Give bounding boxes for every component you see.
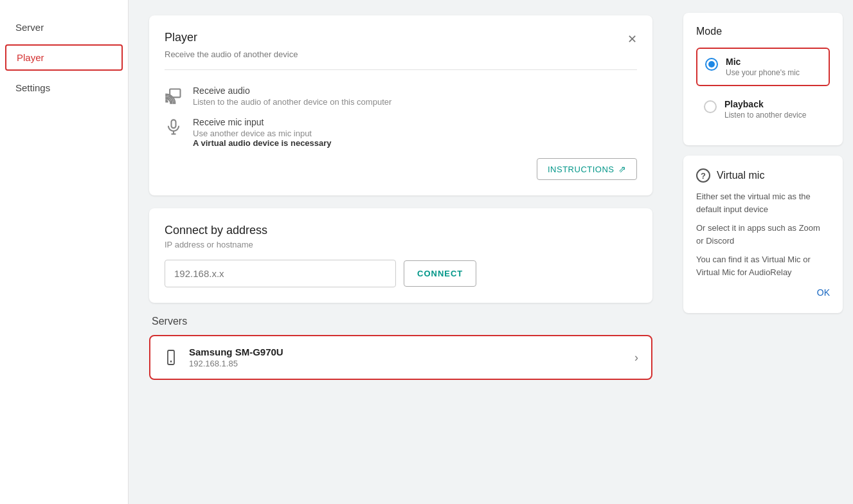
- mic-mode-desc: Use your phone's mic: [726, 68, 800, 77]
- servers-title: Servers: [149, 316, 652, 327]
- server-ip: 192.168.1.85: [189, 359, 624, 368]
- close-button[interactable]: ✕: [627, 32, 637, 46]
- mode-option-mic[interactable]: Mic Use your phone's mic: [696, 48, 830, 86]
- help-icon: ?: [696, 168, 710, 183]
- mode-title: Mode: [696, 26, 830, 37]
- player-card: Player ✕ Receive the audio of another de…: [149, 15, 652, 195]
- connect-title: Connect by address: [165, 224, 637, 237]
- svg-rect-1: [172, 120, 176, 128]
- virtual-mic-card: ? Virtual mic Either set the virtual mic…: [683, 156, 843, 313]
- servers-section: Servers Samsung SM-G970U 192.168.1.85 ›: [149, 316, 652, 380]
- receive-mic-row: Receive mic input Use another device as …: [165, 112, 637, 153]
- mic-icon: [165, 118, 183, 136]
- receive-mic-warning: A virtual audio device is necessary: [193, 138, 332, 148]
- receive-mic-desc: Use another device as mic input: [193, 129, 332, 138]
- virtual-mic-line-1: Either set the virtual mic as the defaul…: [696, 190, 830, 215]
- connect-button[interactable]: CONNECT: [404, 260, 476, 287]
- server-list-item[interactable]: Samsung SM-G970U 192.168.1.85 ›: [149, 335, 652, 380]
- server-name: Samsung SM-G970U: [189, 346, 624, 357]
- ip-address-input[interactable]: [165, 260, 396, 287]
- connect-subtitle: IP address or hostname: [165, 240, 637, 249]
- cast-icon: [165, 87, 183, 105]
- external-link-icon: ⇗: [618, 164, 627, 174]
- connect-card: Connect by address IP address or hostnam…: [149, 208, 652, 303]
- chevron-right-icon: ›: [634, 351, 638, 364]
- receive-audio-row: Receive audio Listen to the audio of ano…: [165, 80, 637, 112]
- mode-card: Mode Mic Use your phone's mic Playback L…: [683, 13, 843, 145]
- sidebar-item-player[interactable]: Player: [5, 44, 123, 71]
- ok-button[interactable]: OK: [696, 285, 830, 300]
- receive-mic-title: Receive mic input: [193, 117, 332, 127]
- sidebar-item-server[interactable]: Server: [0, 13, 128, 42]
- receive-audio-title: Receive audio: [193, 86, 391, 96]
- playback-mode-desc: Listen to another device: [724, 111, 806, 120]
- mic-mode-name: Mic: [726, 57, 800, 67]
- virtual-mic-title: Virtual mic: [717, 170, 764, 181]
- mic-radio[interactable]: [705, 58, 718, 71]
- player-card-subtitle: Receive the audio of another device: [165, 50, 637, 59]
- mode-option-playback[interactable]: Playback Listen to another device: [696, 91, 830, 127]
- virtual-mic-line-3: You can find it as Virtual Mic or Virtua…: [696, 253, 830, 278]
- phone-icon: [163, 350, 179, 365]
- main-content: Player ✕ Receive the audio of another de…: [129, 0, 673, 504]
- receive-audio-desc: Listen to the audio of another device on…: [193, 97, 391, 107]
- playback-mode-name: Playback: [724, 99, 806, 109]
- instructions-button[interactable]: INSTRUCTIONS ⇗: [537, 158, 637, 180]
- sidebar-item-settings[interactable]: Settings: [0, 73, 128, 102]
- virtual-mic-line-2: Or select it in apps such as Zoom or Dis…: [696, 222, 830, 247]
- playback-radio[interactable]: [704, 100, 717, 113]
- player-card-title: Player: [165, 31, 197, 44]
- right-panel: Mode Mic Use your phone's mic Playback L…: [673, 0, 853, 504]
- connect-row: CONNECT: [165, 260, 637, 287]
- sidebar: Server Player Settings: [0, 0, 129, 504]
